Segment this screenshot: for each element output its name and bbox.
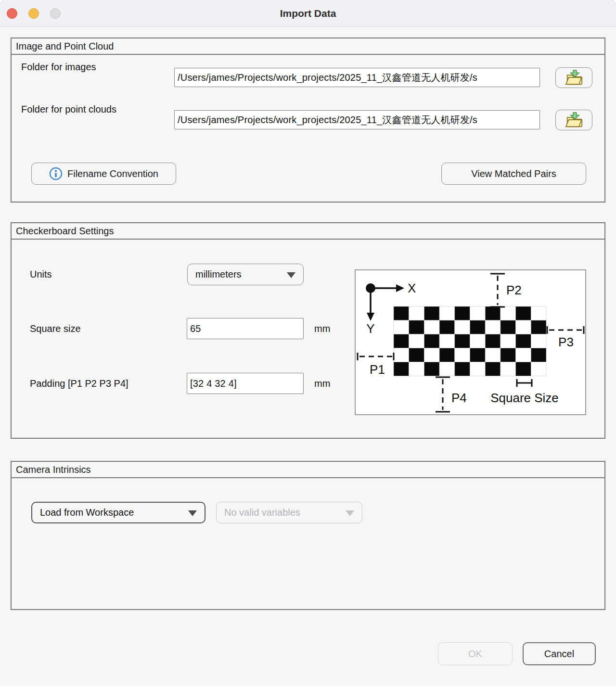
browse-images-button[interactable] [555, 67, 592, 88]
cancel-button[interactable]: Cancel [523, 642, 596, 665]
section-checkerboard-settings: Checkerboard Settings Units millimeters … [11, 222, 605, 439]
padding-input[interactable] [187, 373, 304, 394]
intrinsics-variable-value: No valid variables [224, 507, 300, 518]
padding-p3-measure [547, 326, 584, 334]
section-title: Checkerboard Settings [12, 223, 604, 240]
checkerboard-diagram: X Y P2 P3 [355, 269, 586, 415]
ok-button: OK [438, 642, 513, 665]
folder-for-point-clouds-input[interactable] [174, 110, 540, 129]
square-size-unit: mm [314, 323, 330, 334]
checkerboard-diagram-svg: X Y P2 P3 [356, 270, 585, 414]
ok-label: OK [468, 648, 482, 660]
units-dropdown[interactable]: millimeters [187, 264, 304, 285]
folder-for-images-input[interactable] [174, 68, 540, 87]
info-icon [49, 167, 63, 180]
browse-point-clouds-button[interactable] [555, 110, 592, 130]
checkerboard-pattern [394, 306, 546, 376]
chevron-down-icon [188, 510, 197, 516]
padding-p4-label: P4 [451, 391, 467, 405]
folder-for-images-label: Folder for images [21, 62, 96, 73]
fullscreen-button [50, 8, 61, 19]
padding-label: Padding [P1 P2 P3 P4] [30, 378, 128, 389]
chevron-down-icon [346, 510, 354, 516]
section-camera-intrinsics: Camera Intrinsics Load from Workspace No… [11, 461, 605, 610]
section-title: Camera Intrinsics [12, 462, 604, 478]
traffic-lights [7, 8, 61, 19]
window-title: Import Data [280, 8, 336, 19]
square-size-input[interactable] [187, 318, 304, 339]
padding-p2-measure [490, 274, 505, 307]
filename-convention-label: Filename Convention [67, 168, 158, 179]
square-size-measure [517, 379, 532, 387]
padding-p4-measure [436, 377, 450, 412]
intrinsics-source-dropdown[interactable]: Load from Workspace [31, 502, 205, 523]
import-data-dialog: Import Data Image and Point Cloud Folder… [0, 0, 616, 686]
close-button[interactable] [7, 8, 17, 19]
axis-y-label: Y [366, 321, 374, 336]
minimize-button[interactable] [28, 8, 39, 19]
padding-unit: mm [314, 378, 330, 389]
open-folder-icon [564, 112, 584, 129]
title-bar: Import Data [0, 0, 616, 27]
axis-x-label: X [408, 281, 416, 295]
padding-p1-label: P1 [370, 362, 385, 377]
folder-for-point-clouds-label: Folder for point clouds [21, 104, 116, 115]
units-label: Units [30, 269, 52, 280]
padding-p2-label: P2 [506, 283, 522, 297]
section-title: Image and Point Cloud [12, 38, 604, 55]
padding-p3-label: P3 [558, 335, 574, 349]
section-image-and-point-cloud: Image and Point Cloud Folder for images … [11, 38, 605, 203]
padding-p1-measure [358, 353, 394, 360]
intrinsics-variable-dropdown: No valid variables [216, 502, 362, 523]
square-size-label: Square size [30, 323, 81, 334]
filename-convention-button[interactable]: Filename Convention [31, 163, 176, 185]
units-value: millimeters [195, 269, 242, 280]
chevron-down-icon [287, 272, 295, 278]
open-folder-icon [564, 69, 584, 87]
view-matched-pairs-label: View Matched Pairs [471, 168, 556, 179]
square-size-diagram-label: Square Size [490, 391, 559, 405]
view-matched-pairs-button[interactable]: View Matched Pairs [441, 163, 586, 185]
intrinsics-source-value: Load from Workspace [40, 507, 134, 518]
cancel-label: Cancel [544, 648, 574, 660]
